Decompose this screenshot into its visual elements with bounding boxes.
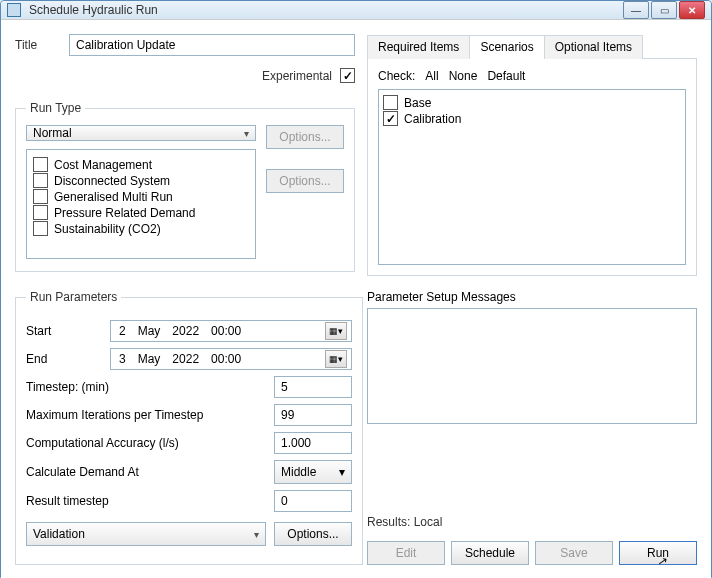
run-type-options-button-2[interactable]: Options...: [266, 169, 344, 193]
run-button[interactable]: Run: [619, 541, 697, 565]
end-label: End: [26, 352, 102, 366]
tab-bar: Required Items Scenarios Optional Items: [367, 34, 697, 59]
calendar-dropdown-icon[interactable]: ▦▾: [325, 350, 347, 368]
check-all-link[interactable]: All: [425, 69, 438, 83]
checkbox-disconnected-system[interactable]: [33, 173, 48, 188]
action-button-row: Edit Schedule Save Run: [367, 541, 697, 565]
list-item: Generalised Multi Run: [33, 189, 249, 204]
demand-combo[interactable]: Middle ▾: [274, 460, 352, 484]
run-type-list[interactable]: Cost Management Disconnected System Gene…: [26, 149, 256, 259]
list-item: Cost Management: [33, 157, 249, 172]
result-timestep-label: Result timestep: [26, 494, 266, 508]
timestep-input[interactable]: [274, 376, 352, 398]
experimental-label: Experimental: [262, 69, 332, 83]
run-parameters-group: Run Parameters Start 2 May 2022 00:00 ▦▾…: [15, 290, 363, 565]
title-label: Title: [15, 38, 59, 52]
checkbox-base[interactable]: [383, 95, 398, 110]
run-parameters-legend: Run Parameters: [26, 290, 121, 304]
accuracy-label: Computational Accuracy (l/s): [26, 436, 266, 450]
maxiter-label: Maximum Iterations per Timestep: [26, 408, 266, 422]
scenario-list[interactable]: Base Calibration: [378, 89, 686, 265]
window-buttons: — ▭ ✕: [623, 1, 705, 19]
title-row: Title: [15, 34, 355, 56]
demand-label: Calculate Demand At: [26, 465, 266, 479]
bottom-area: Results: Local Edit Schedule Save Run: [367, 515, 697, 565]
minimize-button[interactable]: —: [623, 1, 649, 19]
run-params-options-button[interactable]: Options...: [274, 522, 352, 546]
checkbox-generalised-multi-run[interactable]: [33, 189, 48, 204]
results-label: Results: Local: [367, 515, 697, 529]
window-icon: [7, 3, 21, 17]
tab-scenarios[interactable]: Scenarios: [469, 35, 544, 59]
check-label: Check:: [378, 69, 415, 83]
window-titlebar: Schedule Hydraulic Run — ▭ ✕: [1, 1, 711, 20]
timestep-label: Timestep: (min): [26, 380, 266, 394]
run-type-group: Run Type Normal ▾ Cost Management Discon…: [15, 101, 355, 272]
right-column: Required Items Scenarios Optional Items …: [367, 34, 697, 565]
title-input[interactable]: [69, 34, 355, 56]
run-type-legend: Run Type: [26, 101, 85, 115]
dialog-content: Title Experimental Run Type Normal ▾: [1, 20, 711, 578]
result-timestep-input[interactable]: [274, 490, 352, 512]
tab-optional-items[interactable]: Optional Items: [544, 35, 643, 59]
accuracy-input[interactable]: [274, 432, 352, 454]
run-type-value: Normal: [33, 126, 72, 140]
list-item: Pressure Related Demand: [33, 205, 249, 220]
list-item: Sustainability (CO2): [33, 221, 249, 236]
start-datetime-input[interactable]: 2 May 2022 00:00 ▦▾: [110, 320, 352, 342]
end-datetime-input[interactable]: 3 May 2022 00:00 ▦▾: [110, 348, 352, 370]
chevron-down-icon: ▾: [254, 529, 259, 540]
checkbox-pressure-related-demand[interactable]: [33, 205, 48, 220]
schedule-button[interactable]: Schedule: [451, 541, 529, 565]
scenario-check-links: Check: All None Default: [378, 69, 686, 83]
chevron-down-icon: ▾: [339, 465, 345, 479]
edit-button[interactable]: Edit: [367, 541, 445, 565]
checkbox-calibration[interactable]: [383, 111, 398, 126]
window-title: Schedule Hydraulic Run: [29, 3, 623, 17]
check-default-link[interactable]: Default: [487, 69, 525, 83]
parameter-messages-label: Parameter Setup Messages: [367, 290, 697, 304]
start-label: Start: [26, 324, 102, 338]
chevron-down-icon: ▾: [244, 128, 249, 139]
maxiter-input[interactable]: [274, 404, 352, 426]
calendar-dropdown-icon[interactable]: ▦▾: [325, 322, 347, 340]
list-item: Calibration: [383, 111, 681, 126]
run-type-options-button-1[interactable]: Options...: [266, 125, 344, 149]
save-button[interactable]: Save: [535, 541, 613, 565]
parameter-messages-box[interactable]: [367, 308, 697, 424]
maximize-button[interactable]: ▭: [651, 1, 677, 19]
checkbox-cost-management[interactable]: [33, 157, 48, 172]
close-button[interactable]: ✕: [679, 1, 705, 19]
validation-combo[interactable]: Validation ▾: [26, 522, 266, 546]
checkbox-sustainability-co2[interactable]: [33, 221, 48, 236]
experimental-row: Experimental: [15, 68, 355, 83]
tab-body: Check: All None Default Base Calibration: [367, 59, 697, 276]
experimental-checkbox[interactable]: [340, 68, 355, 83]
list-item: Base: [383, 95, 681, 110]
run-type-combo[interactable]: Normal ▾: [26, 125, 256, 141]
left-column: Title Experimental Run Type Normal ▾: [15, 34, 355, 565]
list-item: Disconnected System: [33, 173, 249, 188]
tab-required-items[interactable]: Required Items: [367, 35, 470, 59]
check-none-link[interactable]: None: [449, 69, 478, 83]
dialog-window: Schedule Hydraulic Run — ▭ ✕ Title Exper…: [0, 0, 712, 578]
